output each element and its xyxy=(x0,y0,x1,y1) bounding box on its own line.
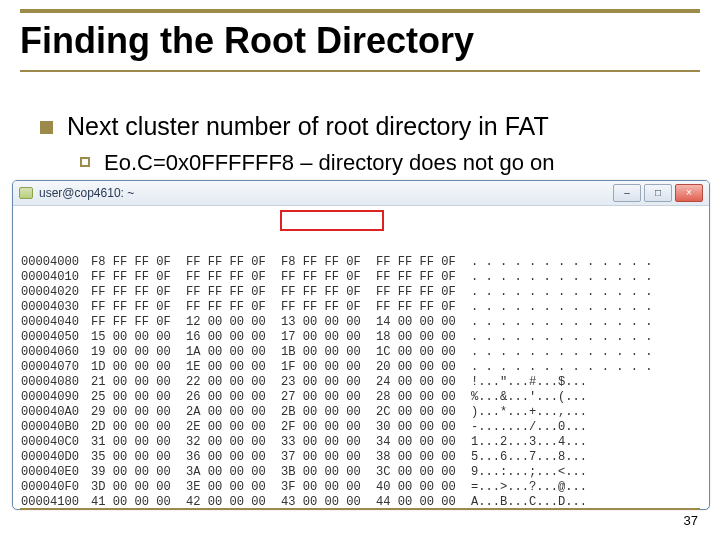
hex-group: 1E 00 00 00 xyxy=(186,360,281,375)
hex-ascii: . . . . . . . . . . . . . xyxy=(471,345,652,360)
hex-group: 12 00 00 00 xyxy=(186,315,281,330)
hex-group: 3F 00 00 00 xyxy=(281,480,376,495)
hex-group: 3A 00 00 00 xyxy=(186,465,281,480)
hex-group: 20 00 00 00 xyxy=(376,360,471,375)
hex-row: 000040A029 00 00 002A 00 00 002B 00 00 0… xyxy=(21,405,701,420)
hex-row: 0000408021 00 00 0022 00 00 0023 00 00 0… xyxy=(21,375,701,390)
hex-group: 19 00 00 00 xyxy=(91,345,186,360)
page-title: Finding the Root Directory xyxy=(20,20,474,62)
hex-group: 39 00 00 00 xyxy=(91,465,186,480)
hex-row: 0000405015 00 00 0016 00 00 0017 00 00 0… xyxy=(21,330,701,345)
hex-group: 14 00 00 00 xyxy=(376,315,471,330)
top-rule xyxy=(20,9,700,13)
hex-group: 3E 00 00 00 xyxy=(186,480,281,495)
hex-group: 2C 00 00 00 xyxy=(376,405,471,420)
hex-ascii: . . . . . . . . . . . . . xyxy=(471,255,652,270)
hex-group: 32 00 00 00 xyxy=(186,435,281,450)
hex-group: 33 00 00 00 xyxy=(281,435,376,450)
hex-group: FF FF FF 0F xyxy=(186,255,281,270)
hex-address: 00004000 xyxy=(21,255,91,270)
bullet-text: Next cluster number of root directory in… xyxy=(67,112,549,141)
hex-row: 00004010FF FF FF 0FFF FF FF 0FFF FF FF 0… xyxy=(21,270,701,285)
hex-address: 000040A0 xyxy=(21,405,91,420)
highlight-rectangle xyxy=(280,210,384,231)
hex-ascii: )...*...+...,... xyxy=(471,405,587,420)
hex-group: 38 00 00 00 xyxy=(376,450,471,465)
hex-group: 2F 00 00 00 xyxy=(281,420,376,435)
page-number: 37 xyxy=(684,513,698,528)
hex-row: 0000406019 00 00 001A 00 00 001B 00 00 0… xyxy=(21,345,701,360)
hex-group: 3D 00 00 00 xyxy=(91,480,186,495)
hex-group: 2B 00 00 00 xyxy=(281,405,376,420)
terminal-body: 00004000F8 FF FF 0FFF FF FF 0FF8 FF FF 0… xyxy=(13,206,709,510)
hex-group: FF FF FF 0F xyxy=(376,270,471,285)
hex-address: 000040B0 xyxy=(21,420,91,435)
hex-ascii: 9...:...;...<... xyxy=(471,465,587,480)
hex-group: 35 00 00 00 xyxy=(91,450,186,465)
hex-row: 0000409025 00 00 0026 00 00 0027 00 00 0… xyxy=(21,390,701,405)
hex-group: FF FF FF 0F xyxy=(186,285,281,300)
sub-bullet-item: Eo.C=0x0FFFFFF8 – directory does not go … xyxy=(80,150,700,176)
hex-group: FF FF FF 0F xyxy=(281,270,376,285)
hex-group: 29 00 00 00 xyxy=(91,405,186,420)
hex-row: 00004040FF FF FF 0F12 00 00 0013 00 00 0… xyxy=(21,315,701,330)
hex-address: 000040D0 xyxy=(21,450,91,465)
sub-bullet-text: Eo.C=0x0FFFFFF8 – directory does not go … xyxy=(104,150,555,176)
hex-group: 21 00 00 00 xyxy=(91,375,186,390)
hex-row: 000040F03D 00 00 003E 00 00 003F 00 00 0… xyxy=(21,480,701,495)
hex-row: 000040D035 00 00 0036 00 00 0037 00 00 0… xyxy=(21,450,701,465)
terminal-window: user@cop4610: ~ – □ × 00004000F8 FF FF 0… xyxy=(12,180,710,510)
hex-group: 1C 00 00 00 xyxy=(376,345,471,360)
hex-ascii: !..."...#...$... xyxy=(471,375,587,390)
slide: Finding the Root Directory Next cluster … xyxy=(0,0,720,540)
close-button[interactable]: × xyxy=(675,184,703,202)
hex-ascii: . . . . . . . . . . . . . xyxy=(471,315,652,330)
hex-row: 000040701D 00 00 001E 00 00 001F 00 00 0… xyxy=(21,360,701,375)
hex-group: FF FF FF 0F xyxy=(186,270,281,285)
hex-row: 00004000F8 FF FF 0FFF FF FF 0FF8 FF FF 0… xyxy=(21,255,701,270)
title-underline xyxy=(20,70,700,72)
hex-row: 000040E039 00 00 003A 00 00 003B 00 00 0… xyxy=(21,465,701,480)
hex-group: FF FF FF 0F xyxy=(376,255,471,270)
hex-group: 27 00 00 00 xyxy=(281,390,376,405)
hex-group: 1D 00 00 00 xyxy=(91,360,186,375)
hex-group: 16 00 00 00 xyxy=(186,330,281,345)
hex-group: F8 FF FF 0F xyxy=(91,255,186,270)
hex-address: 00004020 xyxy=(21,285,91,300)
hex-group: 13 00 00 00 xyxy=(281,315,376,330)
hex-address: 000040C0 xyxy=(21,435,91,450)
hex-ascii: 1...2...3...4... xyxy=(471,435,587,450)
titlebar[interactable]: user@cop4610: ~ – □ × xyxy=(13,181,709,206)
hex-ascii: . . . . . . . . . . . . . xyxy=(471,270,652,285)
hex-ascii: %...&...'...(... xyxy=(471,390,587,405)
terminal-icon xyxy=(19,187,33,199)
hex-group: FF FF FF 0F xyxy=(91,285,186,300)
hex-group: 36 00 00 00 xyxy=(186,450,281,465)
hex-group: 22 00 00 00 xyxy=(186,375,281,390)
hex-ascii: . . . . . . . . . . . . . xyxy=(471,285,652,300)
hex-group: 25 00 00 00 xyxy=(91,390,186,405)
hex-group: 37 00 00 00 xyxy=(281,450,376,465)
hex-row: 00004030FF FF FF 0FFF FF FF 0FFF FF FF 0… xyxy=(21,300,701,315)
hex-group: 3B 00 00 00 xyxy=(281,465,376,480)
hex-address: 00004070 xyxy=(21,360,91,375)
hex-group: FF FF FF 0F xyxy=(376,285,471,300)
hex-address: 000040F0 xyxy=(21,480,91,495)
hex-row: 00004020FF FF FF 0FFF FF FF 0FFF FF FF 0… xyxy=(21,285,701,300)
hex-group: 1F 00 00 00 xyxy=(281,360,376,375)
hex-group: F8 FF FF 0F xyxy=(281,255,376,270)
hex-address: 00004080 xyxy=(21,375,91,390)
hex-ascii: . . . . . . . . . . . . . xyxy=(471,300,652,315)
hex-dump: 00004000F8 FF FF 0FFF FF FF 0FF8 FF FF 0… xyxy=(21,255,701,510)
bullet-item: Next cluster number of root directory in… xyxy=(40,112,700,141)
hex-address: 00004010 xyxy=(21,270,91,285)
hex-row: 000040C031 00 00 0032 00 00 0033 00 00 0… xyxy=(21,435,701,450)
hex-group: 18 00 00 00 xyxy=(376,330,471,345)
minimize-button[interactable]: – xyxy=(613,184,641,202)
hex-group: FF FF FF 0F xyxy=(186,300,281,315)
maximize-button[interactable]: □ xyxy=(644,184,672,202)
hex-ascii: . . . . . . . . . . . . . xyxy=(471,330,652,345)
hex-address: 00004050 xyxy=(21,330,91,345)
window-controls: – □ × xyxy=(613,184,703,202)
hex-group: FF FF FF 0F xyxy=(281,300,376,315)
